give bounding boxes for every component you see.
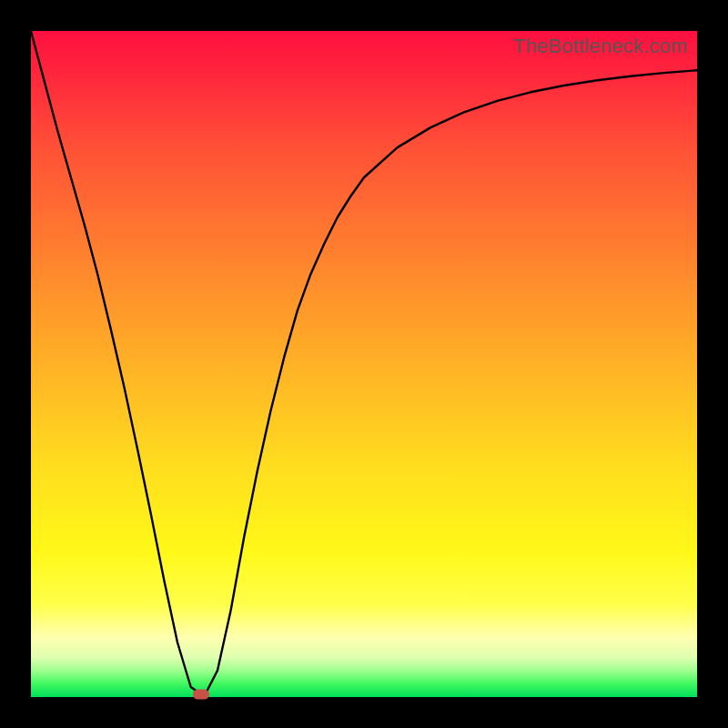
chart-frame: TheBottleneck.com [0, 0, 728, 728]
optimal-point-marker [193, 690, 209, 700]
bottleneck-curve [31, 31, 697, 697]
watermark-text: TheBottleneck.com [513, 35, 688, 58]
plot-area: TheBottleneck.com [31, 31, 697, 697]
